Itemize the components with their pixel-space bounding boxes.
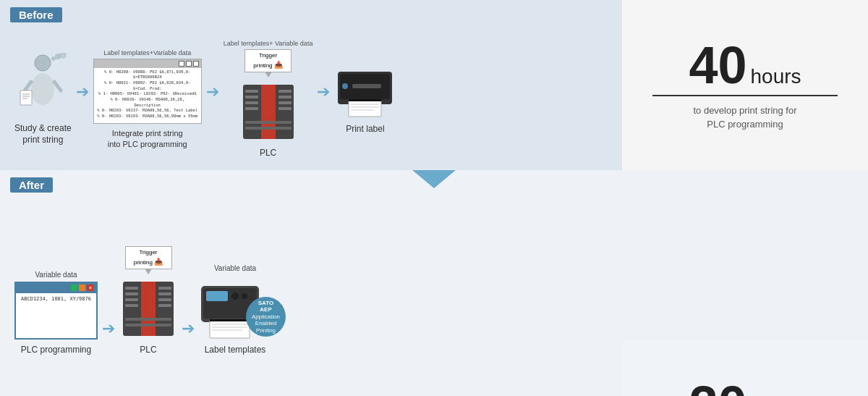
svg-rect-14 [245,96,258,98]
after-trigger-badge: Trigger printing 📥 [125,246,172,269]
svg-rect-34 [125,287,138,290]
after-step2-label: PLC [140,344,156,356]
code-line-4: % 0- H0026- V0140- RDA00,26,28, Descript… [96,97,199,108]
var-window-header: ✕ [16,283,96,293]
after-step2: Trigger printing 📥 [119,246,177,356]
svg-point-0 [35,55,51,71]
svg-rect-40 [158,298,171,301]
after-section: After Variable data ✕ ABCD1234, 1001, XY… [0,170,868,396]
svg-rect-41 [158,304,171,307]
svg-rect-15 [245,101,258,104]
before-step1-label: Study & create print string [14,122,72,147]
after-big-number: 20 [689,379,746,396]
svg-rect-43 [125,324,171,327]
before-big-number: 40 [689,39,746,91]
svg-rect-39 [158,292,171,295]
window-min-btn [79,285,85,291]
code-line-1: % 0- H0208- V0088- P02 $A,071,039,0- $=E… [96,69,199,80]
after-stats-panel: 20 hours 12 hrs for PLC programming 8 hr… [622,340,868,396]
svg-rect-38 [158,287,171,290]
window-close-btn: ✕ [87,285,93,291]
plc-before-icon [239,81,297,143]
before-step1: Study & create print string [14,53,72,147]
window-max-btn [71,285,77,291]
svg-rect-12 [261,85,276,139]
after-arrow1: ➔ [102,319,115,338]
printer-before-icon [334,64,396,119]
svg-rect-17 [278,90,292,93]
section-divider-arrow [412,170,456,188]
after-label: After [10,177,53,193]
arrow1: ➔ [76,83,89,101]
after-var-window: ✕ ABCD1234, 1001, XY/9876 [14,282,98,340]
after-arrow2: ➔ [182,319,195,338]
svg-rect-36 [125,298,138,301]
var-data-text: ABCD1234, 1001, XY/9876 [20,296,93,302]
code-window-header [94,59,201,68]
after-step3-label: Label templates [205,344,266,356]
before-hours-text: hours [751,65,801,88]
svg-rect-37 [125,304,138,307]
before-stat-divider [652,95,838,96]
svg-rect-22 [245,127,292,130]
plc-after-icon [119,278,177,340]
after-var-label2: Variable data [214,264,256,272]
before-stat-desc: to develop print string for PLC programm… [693,104,796,132]
svg-rect-21 [245,121,292,124]
svg-line-3 [54,82,61,90]
svg-rect-25 [349,101,381,117]
before-step4-label: Print label [346,123,384,135]
svg-rect-33 [141,282,156,336]
code-line-3: % 1- H0005- V0401- L0202- P02- $Received… [96,91,199,97]
svg-rect-30 [352,84,381,88]
code-window: % 0- H0208- V0088- P02 $A,071,039,0- $=E… [93,59,202,124]
trigger-badge: Trigger printing 📥 [244,49,292,72]
trigger-sublabel: Label templates+ Variable data [224,40,313,47]
before-stat-number-row: 40 hours [689,39,801,91]
after-var-label: Variable data [35,271,77,279]
after-step1: Variable data ✕ ABCD1234, 1001, XY/9876 … [14,271,98,356]
var-window-body: ABCD1234, 1001, XY/9876 [16,293,96,305]
after-stat-number-row: 20 hours [689,379,801,396]
svg-point-29 [342,83,348,89]
arrow2: ➔ [206,83,219,101]
after-step3: Variable data [199,264,271,356]
svg-rect-4 [20,90,32,105]
code-line-6: % 0- H0203- V0193- RDA00,56,56,90mm x 55… [96,114,199,119]
before-step2-label: Integrate print string into PLC programm… [108,128,187,151]
code-window-label: Label templates+Variable data [103,49,191,56]
before-step3-label: PLC [260,147,276,159]
before-section: Before [0,0,868,170]
svg-rect-31 [349,99,381,101]
code-line-2: % 0- H0031- V0092- P02 $A,028,034,9- $=C… [96,80,199,91]
window-btn-3 [193,61,199,67]
before-step3: Label templates+ Variable data Trigger p… [224,40,313,159]
svg-rect-35 [125,292,138,295]
person-icon [17,53,68,118]
code-window-body: % 0- H0208- V0088- P02 $A,071,039,0- $=E… [94,68,201,121]
window-btn-2 [186,61,192,67]
window-btn-1 [179,61,184,67]
svg-point-1 [31,73,54,105]
main-container: Before [0,0,868,396]
svg-rect-18 [278,96,292,98]
arrow3: ➔ [317,83,330,101]
svg-rect-19 [278,101,292,104]
code-line-5: % 0- H0203- V0137- RDA00,56,56, Test Lab… [96,108,199,114]
svg-point-8 [51,56,56,61]
svg-rect-42 [125,318,171,321]
before-stats-panel: 40 hours to develop print string for PLC… [622,0,868,170]
svg-rect-13 [245,90,258,93]
svg-rect-20 [278,107,292,110]
after-step1-label: PLC programming [21,344,91,356]
before-step2: Label templates+Variable data % 0- H0208… [93,49,202,151]
before-label: Before [10,7,62,22]
svg-rect-16 [245,107,258,110]
sato-aep-badge: SATO AEP Application Enabled Printing [246,297,286,337]
before-step4: Print label [334,64,396,135]
